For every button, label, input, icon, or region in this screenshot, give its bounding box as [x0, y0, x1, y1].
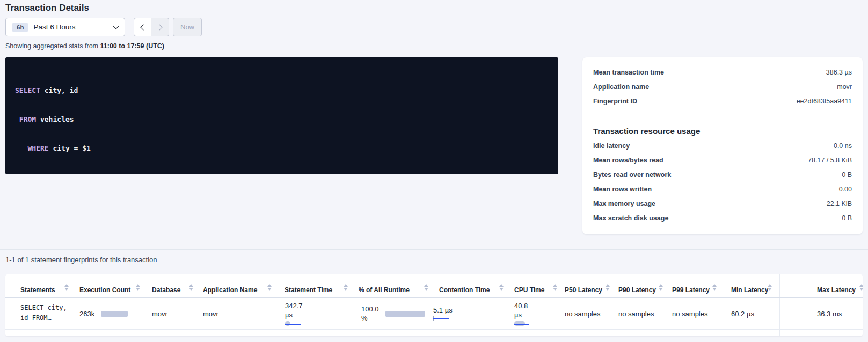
- col-header-max-latency[interactable]: Max Latency: [817, 285, 856, 294]
- statements-table: Statements Execution Count Database Appl…: [5, 274, 863, 336]
- summary-row: Mean transaction time 386.3 µs: [593, 65, 852, 79]
- next-time-button[interactable]: [151, 18, 169, 36]
- col-header-statements[interactable]: Statements: [20, 285, 55, 294]
- divider: [0, 249, 868, 250]
- summary-label: Application name: [593, 83, 649, 91]
- sort-icon[interactable]: [344, 284, 348, 291]
- sort-icon[interactable]: [267, 284, 272, 291]
- sql-keyword: FROM: [15, 115, 36, 123]
- aggregated-stats-caption: Showing aggregated stats from 11:00 to 1…: [5, 42, 164, 50]
- col-header-statement-time[interactable]: Statement Time: [285, 285, 332, 294]
- summary-value: 0 B: [842, 171, 852, 179]
- statement-link[interactable]: SELECT city, id FROM…: [20, 298, 67, 330]
- summary-row: Fingerprint ID ee2df683f5aa9411: [593, 94, 852, 108]
- col-header-cpu-time[interactable]: CPU Time: [514, 285, 544, 294]
- summary-row: Max memory usage 22.1 KiB: [593, 196, 852, 211]
- summary-label: Max memory usage: [593, 200, 655, 207]
- summary-label: Mean transaction time: [593, 69, 664, 76]
- summary-row: Max scratch disk usage 0 B: [593, 211, 852, 225]
- sort-icon[interactable]: [424, 284, 428, 291]
- sort-icon[interactable]: [606, 284, 610, 291]
- sort-icon[interactable]: [553, 284, 557, 291]
- col-header-database[interactable]: Database: [152, 285, 180, 294]
- sql-text: city, id: [40, 86, 78, 94]
- table-header-row: Statements Execution Count Database Appl…: [5, 274, 863, 298]
- summary-row: Bytes read over network 0 B: [593, 167, 852, 182]
- page-title: Transaction Details: [5, 3, 89, 13]
- summary-label: Mean rows/bytes read: [593, 157, 663, 164]
- prev-time-button[interactable]: [134, 18, 151, 36]
- col-header-min-latency[interactable]: Min Latency: [731, 285, 768, 294]
- summary-label: Fingerprint ID: [593, 98, 637, 105]
- col-header-p90-latency[interactable]: P90 Latency: [618, 285, 656, 294]
- contention-time-bar: [433, 317, 453, 322]
- summary-row: Mean rows written 0.00: [593, 182, 852, 196]
- execution-count-bar: [101, 311, 128, 317]
- sort-icon[interactable]: [64, 284, 69, 291]
- caption-range: 11:00 to 17:59 (UTC): [100, 42, 164, 50]
- col-header-execution-count[interactable]: Execution Count: [79, 285, 130, 294]
- cell-application-name: movr: [203, 298, 218, 330]
- now-button[interactable]: Now: [173, 18, 202, 36]
- statement-line: SELECT city,: [20, 303, 67, 313]
- cell-p90-latency: no samples: [618, 298, 654, 330]
- sql-line: FROM vehicles: [15, 115, 549, 124]
- cell-runtime-pct: 100.0 %: [361, 298, 425, 330]
- transaction-summary-card: Mean transaction time 386.3 µs Applicati…: [582, 57, 863, 234]
- chevron-down-icon: [113, 23, 119, 29]
- col-header-contention-time[interactable]: Contention Time: [439, 285, 490, 294]
- time-range-label: Past 6 Hours: [33, 23, 114, 31]
- caption-prefix: Showing aggregated stats from: [5, 42, 100, 50]
- time-nav-group: [134, 18, 169, 36]
- sort-icon[interactable]: [859, 284, 863, 291]
- sql-line: WHERE city = $1: [15, 144, 549, 153]
- sort-icon[interactable]: [659, 284, 663, 291]
- summary-value: 0.0 ns: [834, 142, 852, 150]
- cell-min-latency: 60.2 µs: [731, 298, 754, 330]
- summary-label: Bytes read over network: [593, 171, 671, 179]
- chevron-right-icon: [156, 24, 162, 30]
- sql-text: vehicles: [36, 115, 74, 123]
- summary-label: Max scratch disk usage: [593, 214, 668, 222]
- cell-execution-count: 263k: [79, 298, 128, 330]
- col-header-p99-latency[interactable]: P99 Latency: [672, 285, 710, 294]
- sql-keyword: SELECT: [15, 86, 40, 94]
- sort-icon[interactable]: [768, 284, 772, 291]
- cell-p99-latency: no samples: [672, 298, 707, 330]
- cell-cpu-time: 40.8 µs: [514, 298, 528, 330]
- summary-value: 0.00: [839, 185, 852, 193]
- statement-time-bar: [285, 321, 303, 326]
- sql-line: SELECT city, id: [15, 86, 549, 95]
- sort-icon[interactable]: [499, 284, 504, 291]
- summary-value: 22.1 KiB: [827, 200, 852, 207]
- chevron-left-icon: [140, 24, 146, 30]
- summary-label: Mean rows written: [593, 185, 652, 193]
- summary-row: Mean rows/bytes read 78.17 / 5.8 KiB: [593, 153, 852, 167]
- statements-count-caption: 1-1 of 1 statement fingerprints for this…: [5, 256, 157, 264]
- col-header-p50-latency[interactable]: P50 Latency: [565, 285, 602, 294]
- summary-label: Idle latency: [593, 142, 630, 150]
- sort-icon[interactable]: [189, 284, 193, 291]
- sort-icon[interactable]: [136, 284, 140, 291]
- summary-row: Application name movr: [593, 79, 852, 94]
- summary-row: Idle latency 0.0 ns: [593, 138, 852, 153]
- table-row: SELECT city, id FROM… 263k movr movr 342…: [5, 298, 863, 330]
- summary-value: 78.17 / 5.8 KiB: [808, 157, 852, 164]
- statement-line: id FROM…: [20, 313, 67, 323]
- time-range-dropdown[interactable]: 6h Past 6 Hours: [5, 18, 125, 36]
- sort-icon[interactable]: [712, 284, 717, 291]
- cpu-time-bar: [514, 321, 528, 326]
- sql-keyword: WHERE: [15, 144, 49, 152]
- summary-value: 0 B: [842, 214, 852, 222]
- summary-value: movr: [837, 83, 852, 91]
- cell-statement-time: 342.7 µs: [285, 298, 303, 330]
- divider: [593, 116, 852, 116]
- col-header-application-name[interactable]: Application Name: [203, 285, 257, 294]
- sql-text: city = $1: [49, 144, 91, 152]
- cell-max-latency: 36.3 ms: [817, 298, 842, 330]
- resource-usage-heading: Transaction resource usage: [593, 124, 852, 138]
- runtime-pct-bar: [385, 311, 425, 317]
- sql-statement-box: SELECT city, id FROM vehicles WHERE city…: [5, 57, 558, 174]
- col-header-runtime-pct[interactable]: % of All Runtime: [359, 285, 410, 294]
- summary-value: 386.3 µs: [826, 69, 852, 76]
